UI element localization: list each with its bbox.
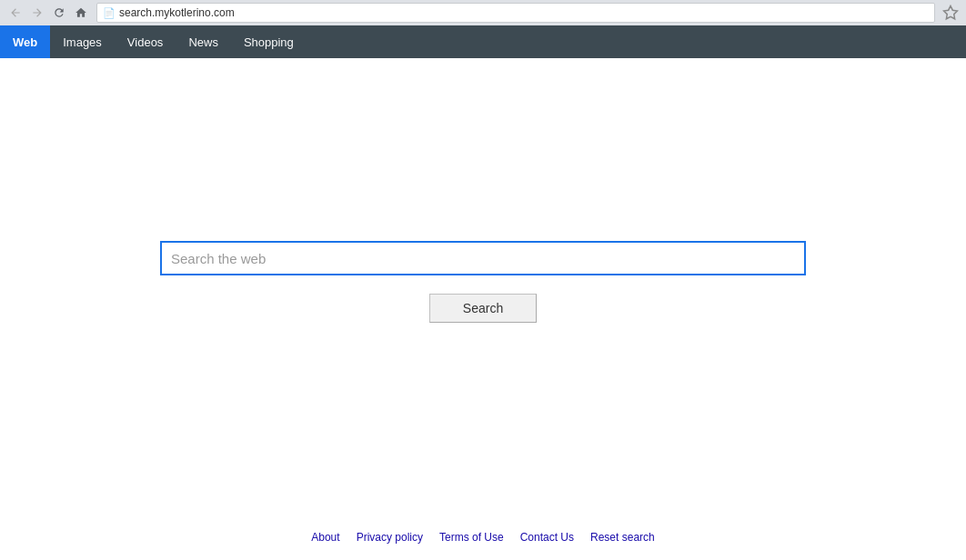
footer-link-about[interactable]: About bbox=[311, 531, 339, 544]
search-button[interactable]: Search bbox=[429, 294, 537, 323]
bookmark-button[interactable] bbox=[941, 3, 961, 23]
nav-item-web[interactable]: Web bbox=[0, 25, 50, 58]
nav-item-images[interactable]: Images bbox=[50, 25, 115, 58]
nav-item-videos[interactable]: Videos bbox=[115, 25, 176, 58]
title-bar: 📄 bbox=[0, 0, 966, 25]
navigation-bar: Web Images Videos News Shopping bbox=[0, 25, 966, 58]
footer-link-terms[interactable]: Terms of Use bbox=[439, 531, 504, 544]
browser-chrome: 📄 bbox=[0, 0, 966, 25]
search-area: Search bbox=[160, 241, 806, 323]
footer-link-reset[interactable]: Reset search bbox=[590, 531, 655, 544]
reload-button[interactable] bbox=[49, 3, 69, 23]
footer-link-contact[interactable]: Contact Us bbox=[520, 531, 574, 544]
address-input[interactable] bbox=[119, 6, 929, 19]
svg-marker-0 bbox=[944, 6, 958, 19]
nav-item-news[interactable]: News bbox=[176, 25, 231, 58]
footer-link-privacy[interactable]: Privacy policy bbox=[357, 531, 423, 544]
back-button[interactable] bbox=[5, 3, 25, 23]
page-icon: 📄 bbox=[103, 7, 116, 19]
home-button[interactable] bbox=[71, 3, 91, 23]
nav-buttons bbox=[5, 3, 91, 23]
nav-item-shopping[interactable]: Shopping bbox=[231, 25, 307, 58]
page-wrapper: Search About Privacy policy Terms of Use… bbox=[0, 58, 966, 560]
main-content: Search bbox=[0, 58, 966, 560]
footer: About Privacy policy Terms of Use Contac… bbox=[0, 515, 966, 560]
search-input[interactable] bbox=[160, 241, 806, 275]
address-bar-container[interactable]: 📄 bbox=[96, 3, 935, 23]
forward-button[interactable] bbox=[27, 3, 47, 23]
